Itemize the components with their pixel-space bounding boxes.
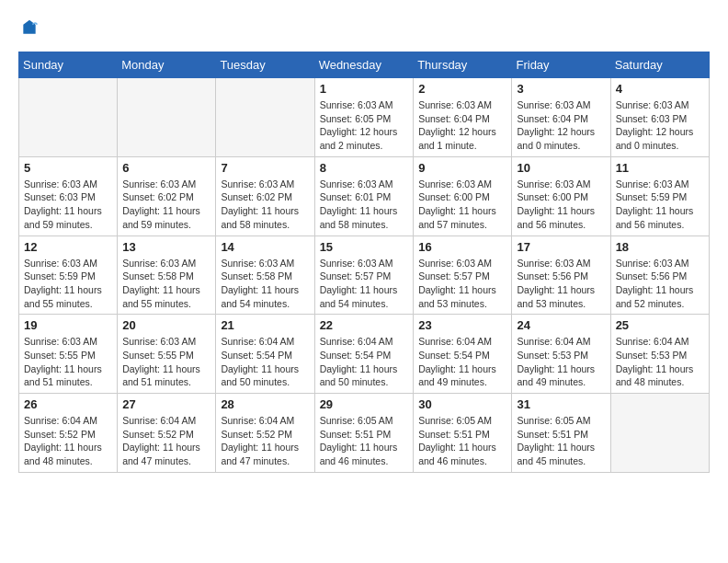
day-number: 6 <box>122 161 210 175</box>
calendar-cell: 27Sunrise: 6:04 AM Sunset: 5:52 PM Dayli… <box>118 394 216 473</box>
calendar-cell: 9Sunrise: 6:03 AM Sunset: 6:00 PM Daylig… <box>414 156 512 236</box>
calendar-cell: 28Sunrise: 6:04 AM Sunset: 5:52 PM Dayli… <box>216 394 314 473</box>
calendar-cell: 12Sunrise: 6:03 AM Sunset: 5:59 PM Dayli… <box>19 236 118 315</box>
calendar-week-3: 12Sunrise: 6:03 AM Sunset: 5:59 PM Dayli… <box>19 236 710 315</box>
calendar-cell: 4Sunrise: 6:03 AM Sunset: 6:03 PM Daylig… <box>610 78 709 157</box>
day-number: 19 <box>24 318 112 332</box>
calendar-week-1: 1Sunrise: 6:03 AM Sunset: 6:05 PM Daylig… <box>19 78 710 157</box>
day-number: 14 <box>221 240 309 254</box>
weekday-header-monday: Monday <box>118 52 216 78</box>
day-info: Sunrise: 6:04 AM Sunset: 5:53 PM Dayligh… <box>517 335 605 389</box>
day-info: Sunrise: 6:03 AM Sunset: 6:01 PM Dayligh… <box>320 178 409 232</box>
day-number: 23 <box>418 318 506 332</box>
day-info: Sunrise: 6:03 AM Sunset: 6:02 PM Dayligh… <box>221 178 309 232</box>
day-number: 22 <box>320 318 409 332</box>
day-info: Sunrise: 6:04 AM Sunset: 5:53 PM Dayligh… <box>616 335 704 389</box>
day-info: Sunrise: 6:03 AM Sunset: 5:58 PM Dayligh… <box>122 257 210 311</box>
calendar-cell: 25Sunrise: 6:04 AM Sunset: 5:53 PM Dayli… <box>610 315 709 394</box>
day-number: 25 <box>616 318 704 332</box>
day-info: Sunrise: 6:04 AM Sunset: 5:54 PM Dayligh… <box>320 335 409 389</box>
calendar-cell: 1Sunrise: 6:03 AM Sunset: 6:05 PM Daylig… <box>314 78 414 157</box>
day-number: 12 <box>24 240 112 254</box>
day-number: 7 <box>221 161 309 175</box>
day-info: Sunrise: 6:03 AM Sunset: 6:00 PM Dayligh… <box>418 178 506 232</box>
day-number: 17 <box>517 240 605 254</box>
day-info: Sunrise: 6:03 AM Sunset: 6:04 PM Dayligh… <box>418 98 506 153</box>
day-info: Sunrise: 6:03 AM Sunset: 6:03 PM Dayligh… <box>616 98 704 153</box>
day-number: 11 <box>616 161 704 175</box>
day-info: Sunrise: 6:03 AM Sunset: 5:58 PM Dayligh… <box>221 257 309 311</box>
day-info: Sunrise: 6:03 AM Sunset: 5:59 PM Dayligh… <box>24 257 112 311</box>
day-number: 30 <box>418 397 506 411</box>
day-info: Sunrise: 6:04 AM Sunset: 5:54 PM Dayligh… <box>418 335 506 389</box>
day-number: 26 <box>24 397 112 411</box>
day-info: Sunrise: 6:03 AM Sunset: 5:57 PM Dayligh… <box>320 257 409 311</box>
calendar-cell: 26Sunrise: 6:04 AM Sunset: 5:52 PM Dayli… <box>19 394 118 473</box>
day-info: Sunrise: 6:03 AM Sunset: 6:04 PM Dayligh… <box>517 98 605 153</box>
day-info: Sunrise: 6:03 AM Sunset: 6:03 PM Dayligh… <box>24 178 112 232</box>
calendar-week-4: 19Sunrise: 6:03 AM Sunset: 5:55 PM Dayli… <box>19 315 710 394</box>
day-number: 3 <box>517 82 605 96</box>
calendar-cell: 21Sunrise: 6:04 AM Sunset: 5:54 PM Dayli… <box>216 315 314 394</box>
calendar-cell: 22Sunrise: 6:04 AM Sunset: 5:54 PM Dayli… <box>314 315 414 394</box>
calendar-week-2: 5Sunrise: 6:03 AM Sunset: 6:03 PM Daylig… <box>19 156 710 236</box>
calendar-cell <box>610 394 709 473</box>
day-number: 15 <box>320 240 409 254</box>
calendar-week-5: 26Sunrise: 6:04 AM Sunset: 5:52 PM Dayli… <box>19 394 710 473</box>
day-number: 31 <box>517 397 605 411</box>
calendar-cell: 15Sunrise: 6:03 AM Sunset: 5:57 PM Dayli… <box>314 236 414 315</box>
day-number: 24 <box>517 318 605 332</box>
day-number: 13 <box>122 240 210 254</box>
calendar-cell: 20Sunrise: 6:03 AM Sunset: 5:55 PM Dayli… <box>118 315 216 394</box>
day-info: Sunrise: 6:05 AM Sunset: 5:51 PM Dayligh… <box>320 414 409 468</box>
calendar-cell <box>19 78 118 157</box>
day-info: Sunrise: 6:03 AM Sunset: 5:59 PM Dayligh… <box>616 178 704 232</box>
day-info: Sunrise: 6:03 AM Sunset: 6:02 PM Dayligh… <box>122 178 210 232</box>
weekday-header-thursday: Thursday <box>414 52 512 78</box>
day-info: Sunrise: 6:05 AM Sunset: 5:51 PM Dayligh… <box>418 414 506 468</box>
calendar-cell: 29Sunrise: 6:05 AM Sunset: 5:51 PM Dayli… <box>314 394 414 473</box>
calendar-cell <box>118 78 216 157</box>
calendar-cell: 19Sunrise: 6:03 AM Sunset: 5:55 PM Dayli… <box>19 315 118 394</box>
day-number: 29 <box>320 397 409 411</box>
calendar-cell: 5Sunrise: 6:03 AM Sunset: 6:03 PM Daylig… <box>19 156 118 236</box>
logo-icon <box>20 18 39 37</box>
day-info: Sunrise: 6:03 AM Sunset: 5:55 PM Dayligh… <box>122 335 210 389</box>
calendar-cell: 31Sunrise: 6:05 AM Sunset: 5:51 PM Dayli… <box>512 394 610 473</box>
calendar-cell: 23Sunrise: 6:04 AM Sunset: 5:54 PM Dayli… <box>414 315 512 394</box>
day-info: Sunrise: 6:03 AM Sunset: 5:56 PM Dayligh… <box>616 257 704 311</box>
day-number: 16 <box>418 240 506 254</box>
calendar-cell: 10Sunrise: 6:03 AM Sunset: 6:00 PM Dayli… <box>512 156 610 236</box>
calendar: SundayMondayTuesdayWednesdayThursdayFrid… <box>18 52 710 473</box>
calendar-cell: 8Sunrise: 6:03 AM Sunset: 6:01 PM Daylig… <box>314 156 414 236</box>
day-number: 21 <box>221 318 309 332</box>
weekday-header-sunday: Sunday <box>19 52 118 78</box>
day-number: 1 <box>320 82 409 96</box>
calendar-cell: 18Sunrise: 6:03 AM Sunset: 5:56 PM Dayli… <box>610 236 709 315</box>
calendar-cell: 11Sunrise: 6:03 AM Sunset: 5:59 PM Dayli… <box>610 156 709 236</box>
day-info: Sunrise: 6:04 AM Sunset: 5:52 PM Dayligh… <box>122 414 210 468</box>
day-number: 5 <box>24 161 112 175</box>
calendar-cell: 30Sunrise: 6:05 AM Sunset: 5:51 PM Dayli… <box>414 394 512 473</box>
weekday-header-wednesday: Wednesday <box>314 52 414 78</box>
calendar-cell: 24Sunrise: 6:04 AM Sunset: 5:53 PM Dayli… <box>512 315 610 394</box>
day-number: 8 <box>320 161 409 175</box>
weekday-header-row: SundayMondayTuesdayWednesdayThursdayFrid… <box>19 52 710 78</box>
calendar-cell: 14Sunrise: 6:03 AM Sunset: 5:58 PM Dayli… <box>216 236 314 315</box>
day-number: 10 <box>517 161 605 175</box>
day-info: Sunrise: 6:03 AM Sunset: 6:00 PM Dayligh… <box>517 178 605 232</box>
calendar-cell: 2Sunrise: 6:03 AM Sunset: 6:04 PM Daylig… <box>414 78 512 157</box>
weekday-header-tuesday: Tuesday <box>216 52 314 78</box>
day-info: Sunrise: 6:03 AM Sunset: 5:56 PM Dayligh… <box>517 257 605 311</box>
day-info: Sunrise: 6:04 AM Sunset: 5:54 PM Dayligh… <box>221 335 309 389</box>
calendar-cell: 17Sunrise: 6:03 AM Sunset: 5:56 PM Dayli… <box>512 236 610 315</box>
weekday-header-saturday: Saturday <box>610 52 709 78</box>
calendar-cell: 13Sunrise: 6:03 AM Sunset: 5:58 PM Dayli… <box>118 236 216 315</box>
calendar-cell: 16Sunrise: 6:03 AM Sunset: 5:57 PM Dayli… <box>414 236 512 315</box>
day-number: 27 <box>122 397 210 411</box>
day-info: Sunrise: 6:05 AM Sunset: 5:51 PM Dayligh… <box>517 414 605 468</box>
day-info: Sunrise: 6:03 AM Sunset: 5:57 PM Dayligh… <box>418 257 506 311</box>
day-number: 20 <box>122 318 210 332</box>
calendar-cell: 7Sunrise: 6:03 AM Sunset: 6:02 PM Daylig… <box>216 156 314 236</box>
header <box>18 18 710 37</box>
